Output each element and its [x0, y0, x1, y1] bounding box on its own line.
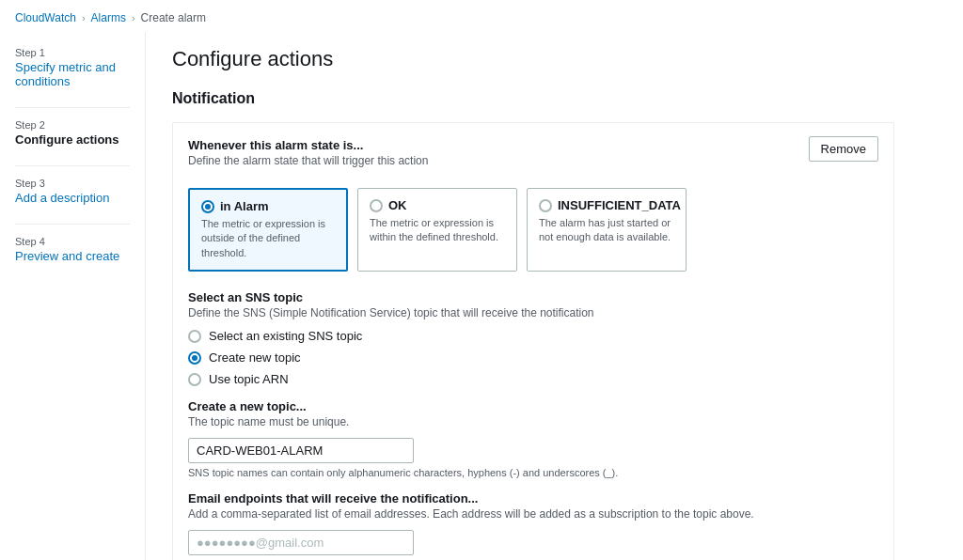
sns-topic-sublabel: Define the SNS (Simple Notification Serv…	[188, 306, 878, 319]
sns-option-arn-label: Use topic ARN	[209, 372, 289, 386]
sidebar-step-2: Step 2 Configure actions	[15, 119, 145, 147]
sidebar-step-4: Step 4 Preview and create	[15, 236, 145, 263]
email-sublabel: Add a comma-separated list of email addr…	[188, 507, 878, 521]
step2-label: Step 2	[15, 119, 145, 131]
topic-name-input[interactable]	[188, 438, 414, 463]
page-title: Configure actions	[172, 47, 894, 71]
email-section: Email endpoints that will receive the no…	[188, 491, 878, 560]
sns-option-create-new[interactable]: Create new topic	[188, 350, 878, 365]
radio-arn	[188, 373, 201, 386]
breadcrumb-current: Create alarm	[141, 11, 206, 24]
notification-section-title: Notification	[172, 90, 894, 107]
sns-topic-label: Select an SNS topic	[188, 290, 878, 304]
alarm-state-ok-desc: The metric or expression is within the d…	[370, 216, 505, 245]
radio-in-alarm	[201, 200, 214, 213]
sidebar-step1-title[interactable]: Specify metric and conditions	[15, 60, 116, 88]
sns-option-existing-label: Select an existing SNS topic	[209, 329, 362, 343]
breadcrumb: CloudWatch › Alarms › Create alarm	[0, 0, 963, 32]
sns-option-create-new-label: Create new topic	[209, 350, 301, 365]
sidebar-divider-2	[15, 165, 130, 166]
sidebar-divider-3	[15, 224, 130, 225]
sidebar: Step 1 Specify metric and conditions Ste…	[0, 32, 146, 560]
whenever-sublabel: Define the alarm state that will trigger…	[188, 154, 809, 167]
topic-name-hint: SNS topic names can contain only alphanu…	[188, 467, 878, 478]
breadcrumb-alarms[interactable]: Alarms	[91, 11, 126, 24]
notification-box: Whenever this alarm state is... Define t…	[172, 122, 894, 560]
radio-create-new	[188, 351, 201, 365]
breadcrumb-sep-2: ›	[132, 12, 135, 23]
sidebar-divider-1	[15, 107, 130, 108]
remove-button[interactable]: Remove	[809, 136, 878, 162]
breadcrumb-cloudwatch[interactable]: CloudWatch	[15, 11, 76, 24]
alarm-state-ok[interactable]: OK The metric or expression is within th…	[357, 188, 517, 272]
radio-insufficient	[539, 199, 552, 212]
create-topic-section: Create a new topic... The topic name mus…	[188, 399, 878, 478]
radio-ok	[370, 199, 383, 212]
alarm-state-insufficient[interactable]: INSUFFICIENT_DATA The alarm has just sta…	[527, 188, 687, 272]
create-topic-sublabel: The topic name must be unique.	[188, 415, 878, 428]
sns-section: Select an SNS topic Define the SNS (Simp…	[188, 290, 878, 386]
step3-label: Step 3	[15, 178, 145, 189]
breadcrumb-sep-1: ›	[82, 12, 86, 23]
sns-option-existing[interactable]: Select an existing SNS topic	[188, 329, 878, 343]
whenever-group: Whenever this alarm state is... Define t…	[188, 138, 809, 177]
alarm-state-insufficient-label: INSUFFICIENT_DATA	[558, 198, 681, 212]
alarm-state-insufficient-desc: The alarm has just started or not enough…	[539, 216, 674, 245]
sidebar-step-3: Step 3 Add a description	[15, 178, 145, 205]
alarm-state-ok-label: OK	[388, 198, 407, 212]
radio-existing-sns	[188, 330, 201, 343]
main-content: Configure actions Notification Whenever …	[146, 32, 917, 560]
create-topic-label: Create a new topic...	[188, 399, 878, 413]
step1-label: Step 1	[15, 47, 145, 58]
alarm-state-in-alarm-label: in Alarm	[220, 199, 269, 213]
email-input[interactable]	[188, 530, 414, 555]
email-label: Email endpoints that will receive the no…	[188, 491, 878, 506]
whenever-label: Whenever this alarm state is...	[188, 138, 809, 152]
step4-label: Step 4	[15, 236, 145, 247]
alarm-state-group: in Alarm The metric or expression is out…	[188, 188, 878, 272]
sidebar-step3-title: Add a description	[15, 191, 109, 205]
sns-option-arn[interactable]: Use topic ARN	[188, 372, 878, 386]
sidebar-step2-title: Configure actions	[15, 132, 119, 147]
sidebar-step-1: Step 1 Specify metric and conditions	[15, 47, 145, 88]
sidebar-step4-title: Preview and create	[15, 249, 119, 263]
alarm-state-in-alarm-desc: The metric or expression is outside of t…	[201, 217, 335, 260]
alarm-state-in-alarm[interactable]: in Alarm The metric or expression is out…	[188, 188, 348, 272]
